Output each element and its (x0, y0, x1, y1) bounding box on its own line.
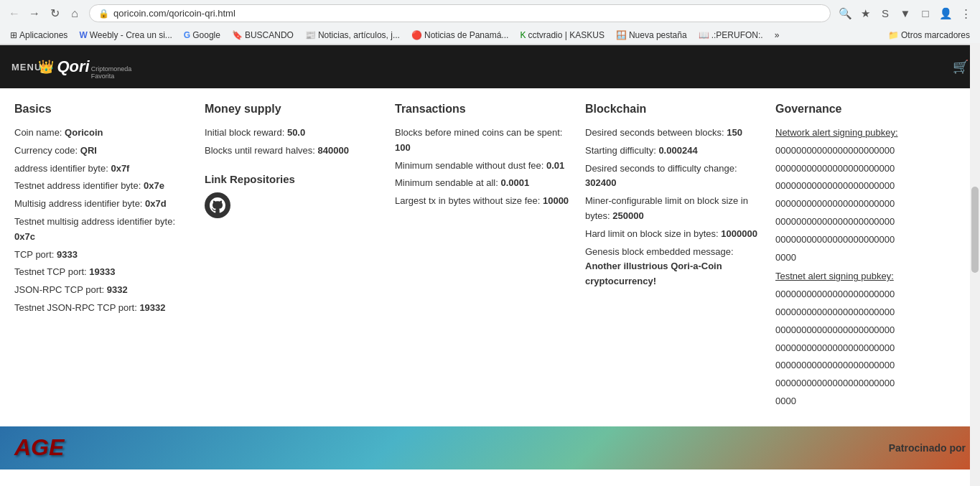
desired-seconds-value: 150 (727, 127, 742, 138)
site-nav-left: MENU 👑 Qori Criptomoneda Favorita (11, 49, 113, 85)
basics-body: Coin name: Qoricoin Currency code: QRI a… (14, 126, 194, 316)
forward-button[interactable]: → (26, 5, 43, 22)
site-logo[interactable]: 👑 Qori Criptomoneda Favorita (56, 49, 113, 85)
cart-icon[interactable]: 🛒 (953, 59, 969, 75)
noticias-icon: 📰 (305, 30, 316, 40)
currency-code-value: QRI (80, 145, 97, 156)
ad-content: AGE (14, 434, 64, 461)
json-rpc-row: JSON-RPC TCP port: 9332 (14, 283, 194, 298)
testnet-alert-value-1: 00000000000000000000000 (775, 287, 955, 302)
starting-difficulty-value: 0.000244 (658, 145, 697, 156)
miner-configurable-value: 250000 (612, 210, 643, 221)
multisig-label: Multisig address identifier byte: (14, 198, 142, 209)
refresh-button[interactable]: ↻ (46, 5, 63, 22)
testnet-json-rpc-label: Testnet JSON-RPC TCP port: (14, 302, 137, 313)
min-sendable-value: 0.01 (546, 160, 564, 171)
ad-text: AGE (14, 434, 64, 461)
multisig-value: 0x7d (145, 198, 167, 209)
bookmark-aplicaciones[interactable]: ⊞ Aplicaciones (6, 29, 72, 42)
bookmark-weebly[interactable]: W Weebly - Crea un si... (75, 29, 176, 42)
address-bar[interactable]: 🔒 qoricoin.com/qoricoin-qri.html (89, 4, 831, 22)
largest-tx-value: 10000 (543, 195, 569, 206)
bookmark-perufon[interactable]: 📖 .:PERUFON:. (694, 29, 767, 42)
blocks-halves-row: Blocks until reward halves: 840000 (205, 144, 384, 159)
menu-dots-button[interactable]: ⋮ (957, 5, 974, 22)
testnet-alert-value-2: 00000000000000000000000 (775, 305, 955, 320)
bookmark-nueva-pestana[interactable]: 🪟 Nueva pestaña (612, 29, 691, 42)
buscando-icon: 🔖 (232, 30, 243, 40)
main-content: Basics Coin name: Qoricoin Currency code… (0, 88, 980, 426)
user-avatar[interactable]: 👤 (937, 5, 954, 22)
testnet-address-label: Testnet address identifier byte: (14, 180, 141, 191)
bookmark-noticias-panama[interactable]: 🔴 Noticias de Panamá... (407, 29, 513, 42)
testnet-multisig-label: Testnet multisig address identifier byte… (14, 216, 175, 227)
min-sendable-label: Minimum sendable without dust fee: (395, 160, 543, 171)
initial-reward-row: Initial block reward: 50.0 (205, 126, 384, 141)
bookmark-buscando[interactable]: 🔖 BUSCANDO (228, 29, 298, 42)
largest-tx-label: Largest tx in bytes without size fee: (395, 195, 540, 206)
currency-code-label: Currency code: (14, 145, 78, 156)
json-rpc-value: 9332 (107, 284, 128, 295)
logo-tagline: Criptomoneda Favorita (91, 65, 132, 80)
testnet-alert-link[interactable]: Testnet alert signing pubkey: (775, 271, 894, 281)
largest-tx-row: Largest tx in bytes without size fee: 10… (395, 194, 574, 209)
menu-button[interactable]: MENU (11, 62, 42, 73)
weebly-icon: W (79, 30, 87, 40)
nueva-icon: 🪟 (616, 30, 627, 40)
genesis-label: Genesis block embedded message: (585, 246, 734, 257)
bookmark-noticias[interactable]: 📰 Noticias, artículos, j... (301, 29, 404, 42)
network-alert-value-3: 00000000000000000000000 (775, 179, 955, 194)
logo-text: Qori (57, 57, 89, 76)
perufon-icon: 📖 (699, 30, 709, 40)
address-id-row: address identifier byte: 0x7f (14, 162, 194, 177)
home-button[interactable]: ⌂ (66, 5, 83, 22)
testnet-address-value: 0x7e (144, 180, 164, 191)
address-id-value: 0x7f (111, 163, 129, 174)
skype-icon[interactable]: S (877, 5, 894, 22)
bookmark-google[interactable]: G Google (179, 29, 225, 42)
testnet-alert-row: Testnet alert signing pubkey: (775, 269, 955, 284)
hard-limit-row: Hard limit on block size in bytes: 10000… (585, 227, 765, 242)
other-bookmarks[interactable]: 📁 Otros marcadores (884, 29, 974, 42)
scrollbar-thumb[interactable] (971, 187, 979, 273)
link-repos-title: Link Repositories (205, 173, 384, 185)
search-button[interactable]: 🔍 (836, 5, 854, 22)
blocks-before-label: Blocks before mined coins can be spent: (395, 127, 562, 138)
bookmark-button[interactable]: ★ (857, 5, 874, 22)
testnet-alert-value-3: 00000000000000000000000 (775, 323, 955, 338)
testnet-alert-value-7: 0000 (775, 394, 955, 409)
bookmark-overflow[interactable]: » (770, 29, 784, 42)
testnet-multisig-row: Testnet multisig address identifier byte… (14, 215, 194, 245)
network-alert-link[interactable]: Network alert signing pubkey: (775, 127, 898, 138)
governance-body: Network alert signing pubkey: 0000000000… (775, 126, 955, 409)
miner-configurable-row: Miner-configurable limit on block size i… (585, 194, 765, 224)
lock-icon: 🔒 (98, 9, 109, 19)
testnet-alert-value-6: 00000000000000000000000 (775, 376, 955, 391)
network-alert-value-1: 00000000000000000000000 (775, 144, 955, 159)
github-link[interactable] (205, 192, 230, 218)
blocks-before-row: Blocks before mined coins can be spent: … (395, 126, 574, 156)
blocks-halves-value: 840000 (318, 145, 349, 156)
site-nav: MENU 👑 Qori Criptomoneda Favorita 🛒 (0, 45, 980, 88)
network-alert-row: Network alert signing pubkey: (775, 126, 955, 141)
governance-column: Governance Network alert signing pubkey:… (775, 103, 966, 412)
network-alert-value-4: 00000000000000000000000 (775, 197, 955, 212)
google-icon: G (184, 30, 190, 40)
bookmark-cctv[interactable]: K cctvradio | KASKUS (515, 29, 609, 42)
starting-difficulty-row: Starting difficulty: 0.000244 (585, 144, 765, 159)
hard-limit-value: 1000000 (721, 228, 757, 239)
blockchain-body: Desired seconds between blocks: 150 Star… (585, 126, 765, 289)
back-button[interactable]: ← (6, 5, 23, 22)
min-sendable-all-value: 0.0001 (500, 177, 529, 188)
governance-title: Governance (775, 103, 955, 116)
tcp-port-value: 9333 (57, 249, 78, 260)
transactions-title: Transactions (395, 103, 574, 116)
bookmarks-bar: ⊞ Aplicaciones W Weebly - Crea un si... … (0, 27, 980, 45)
network-alert-value-5: 00000000000000000000000 (775, 215, 955, 230)
testnet-json-rpc-value: 19332 (139, 302, 165, 313)
tcp-port-label: TCP port: (14, 249, 54, 260)
extension1-icon[interactable]: ▼ (897, 5, 914, 22)
extension2-icon[interactable]: □ (917, 5, 934, 22)
address-text: qoricoin.com/qoricoin-qri.html (113, 8, 821, 19)
desired-seconds-diff-label: Desired seconds to difficulty change: (585, 163, 737, 174)
